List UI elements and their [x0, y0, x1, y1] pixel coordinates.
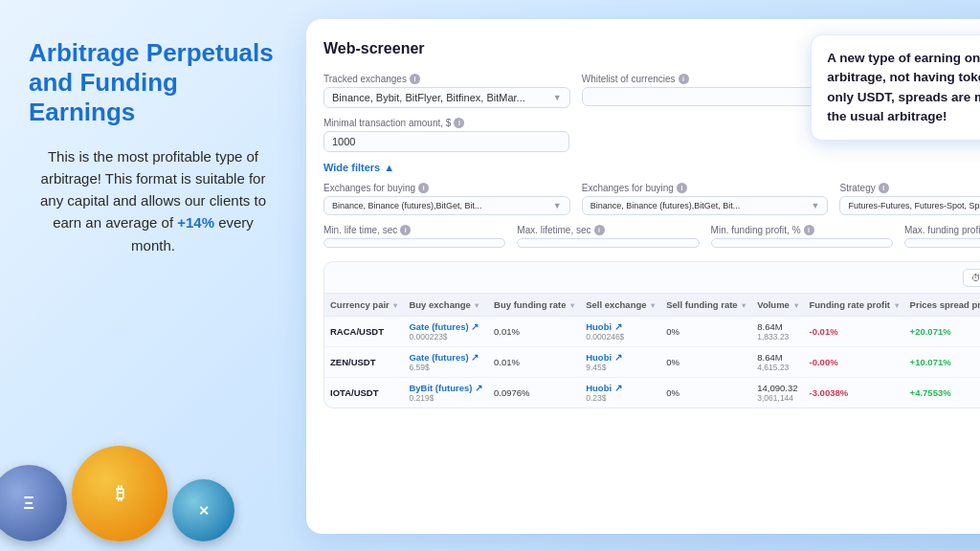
- table-row[interactable]: IOTA/USDT ByBit (futures) ↗ 0.219$ 0.097…: [324, 378, 980, 408]
- max-lifetime-input[interactable]: [517, 238, 699, 248]
- max-funding-label: Max. funding profit, % i: [904, 225, 980, 235]
- info-icon-2: i: [679, 74, 689, 84]
- max-lifetime-label: Max. lifetime, sec i: [517, 225, 699, 235]
- min-funding-label: Min. funding profit, % i: [711, 225, 893, 235]
- max-funding-group: Max. funding profit, % i: [904, 225, 980, 248]
- sell-exchange-cell: Huobi ↗ 9.45$: [580, 347, 660, 378]
- buy-exchange-label: Exchanges for buying i: [323, 183, 570, 193]
- eth-coin: Ξ: [0, 465, 67, 541]
- min-funding-input[interactable]: [711, 238, 893, 248]
- col-spread-profit: Prices spread profit ▾: [904, 294, 980, 317]
- sell-exchange-label: Exchanges for buying i: [582, 183, 829, 193]
- volume-cell: 8.64M4,615.23: [751, 347, 803, 378]
- results-table-wrapper: ⏱ 5 seconds ▾ ⚙ Currency pair ▾ Buy exch…: [323, 261, 980, 408]
- pair-cell: ZEN/USDT: [324, 347, 403, 378]
- buy-funding-cell: 0.0976%: [488, 378, 580, 408]
- whitelist-input[interactable]: ▼: [582, 87, 829, 106]
- left-panel: Arbitrage Perpetuals and Funding Earning…: [0, 0, 297, 551]
- coins-decoration: Ξ ₿ ✕: [0, 446, 234, 541]
- min-lifetime-label: Min. life time, sec i: [323, 225, 505, 235]
- avg-highlight: +14%: [177, 214, 214, 231]
- tracked-exchanges-group: Tracked exchanges i Binance, Bybit, BitF…: [323, 74, 570, 108]
- col-sell-rate: Sell funding rate ▾: [660, 294, 751, 317]
- whitelist-group: Whitelist of currencies i ▼: [582, 74, 829, 108]
- right-panel: 🔥 A new type of earning on arbitrage, no…: [297, 0, 980, 551]
- info-icon-8: i: [400, 225, 411, 235]
- buy-exchange-input[interactable]: Binance, Binance (futures),BitGet, Bit..…: [323, 196, 570, 215]
- info-icon-4: i: [454, 118, 464, 128]
- volume-cell: 8.64M1,833.23: [751, 317, 803, 347]
- dropdown-arrow-icon-3: ▼: [553, 201, 562, 210]
- screener-card: 🔥 A new type of earning on arbitrage, no…: [306, 19, 980, 534]
- filter-row-2: Minimal transaction amount, $ i 1000: [323, 118, 827, 152]
- buy-exchange-cell: Gate (futures) ↗ 0.000223$: [403, 317, 488, 347]
- refresh-button[interactable]: ⏱ 5 seconds ▾: [963, 269, 980, 287]
- dropdown-arrow-icon-4: ▼: [812, 201, 820, 210]
- sell-exchange-input[interactable]: Binance, Binance (futures),BitGet, Bit..…: [582, 196, 829, 215]
- buy-exchange-cell: Gate (futures) ↗ 6.59$: [403, 347, 488, 378]
- min-tx-group: Minimal transaction amount, $ i 1000: [323, 118, 569, 152]
- clock-icon: ⏱: [971, 273, 980, 283]
- pair-cell: IOTA/USDT: [324, 378, 403, 408]
- sell-exchange-cell: Huobi ↗ 0.23$: [580, 378, 660, 408]
- max-lifetime-group: Max. lifetime, sec i: [517, 225, 699, 248]
- col-sell-ex: Sell exchange ▾: [580, 294, 660, 317]
- min-tx-label: Minimal transaction amount, $ i: [323, 118, 569, 128]
- table-row[interactable]: ZEN/USDT Gate (futures) ↗ 6.59$ 0.01% Hu…: [324, 347, 980, 378]
- tracked-exchanges-input[interactable]: Binance, Bybit, BitFlyer, Bitfinex, BitM…: [323, 87, 570, 108]
- info-icon-6: i: [677, 183, 687, 193]
- funding-profit-cell: -0.01%: [804, 317, 904, 347]
- tooltip-bubble: 🔥 A new type of earning on arbitrage, no…: [811, 34, 980, 141]
- min-tx-input[interactable]: 1000: [323, 131, 569, 152]
- wide-filters-toggle[interactable]: Wide filters ▲: [323, 162, 980, 173]
- volume-cell: 14,090.323,061,144: [751, 378, 803, 408]
- funding-profit-cell: -3.0038%: [804, 378, 904, 408]
- col-funding-profit: Funding rate profit ▾: [804, 294, 904, 317]
- spread-profit-cell: +10.071%: [904, 347, 980, 378]
- whitelist-label: Whitelist of currencies i: [582, 74, 829, 84]
- min-funding-group: Min. funding profit, % i: [711, 225, 893, 248]
- results-table: Currency pair ▾ Buy exchange ▾ Buy fundi…: [324, 294, 980, 408]
- wide-filter-row: Exchanges for buying i Binance, Binance …: [323, 183, 980, 215]
- chevron-up-icon: ▲: [384, 162, 394, 173]
- buy-exchange-cell: ByBit (futures) ↗ 0.219$: [403, 378, 488, 408]
- sell-exchange-cell: Huobi ↗ 0.000246$: [580, 317, 660, 347]
- buy-funding-cell: 0.01%: [488, 317, 580, 347]
- x-coin: ✕: [172, 479, 234, 541]
- tracked-exchanges-label: Tracked exchanges i: [323, 74, 570, 84]
- sell-funding-cell: 0%: [660, 347, 751, 378]
- col-volume: Volume ▾: [751, 294, 803, 317]
- info-icon: i: [410, 74, 420, 84]
- info-icon-5: i: [418, 183, 429, 193]
- strategy-input[interactable]: Futures-Futures, Futures-Spot, Spot-... …: [839, 196, 980, 215]
- screener-title: Web-screener: [323, 40, 425, 57]
- tooltip-text: A new type of earning on arbitrage, not …: [827, 49, 980, 126]
- col-buy-ex: Buy exchange ▾: [403, 294, 488, 317]
- info-icon-9: i: [594, 225, 605, 235]
- sell-funding-cell: 0%: [660, 378, 751, 408]
- spread-profit-cell: +4.7553%: [904, 378, 980, 408]
- min-lifetime-input[interactable]: [323, 238, 505, 248]
- pair-cell: RACA/USDT: [324, 317, 403, 347]
- buy-exchange-group: Exchanges for buying i Binance, Binance …: [323, 183, 570, 215]
- col-buy-rate: Buy funding rate ▾: [488, 294, 580, 317]
- info-icon-10: i: [804, 225, 814, 235]
- spread-profit-cell: +20.071%: [904, 317, 980, 347]
- max-funding-input[interactable]: [904, 238, 980, 248]
- main-description: This is the most profitable type of arbi…: [29, 145, 278, 256]
- dropdown-arrow-icon: ▼: [553, 93, 562, 102]
- btc-coin: ₿: [72, 446, 167, 541]
- main-title: Arbitrage Perpetuals and Funding Earning…: [29, 38, 278, 128]
- strategy-label: Strategy i: [839, 183, 980, 193]
- sell-funding-cell: 0%: [660, 317, 751, 347]
- sell-exchange-group: Exchanges for buying i Binance, Binance …: [582, 183, 829, 215]
- strategy-group: Strategy i Futures-Futures, Futures-Spot…: [839, 183, 980, 215]
- min-lifetime-group: Min. life time, sec i: [323, 225, 505, 248]
- table-toolbar: ⏱ 5 seconds ▾ ⚙: [324, 262, 980, 294]
- col-pair: Currency pair ▾: [324, 294, 403, 317]
- buy-funding-cell: 0.01%: [488, 347, 580, 378]
- table-row[interactable]: RACA/USDT Gate (futures) ↗ 0.000223$ 0.0…: [324, 317, 980, 347]
- funding-profit-cell: -0.00%: [804, 347, 904, 378]
- info-icon-7: i: [879, 183, 889, 193]
- wide-filter-row-2: Min. life time, sec i Max. lifetime, sec…: [323, 225, 980, 248]
